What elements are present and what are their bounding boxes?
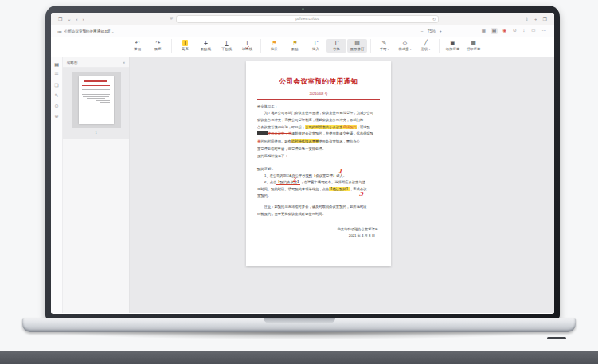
text-segment: 预约流程详情见下： xyxy=(257,154,288,158)
bookmark-icon[interactable]: ❏ xyxy=(54,83,58,88)
search-panel-icon[interactable]: ⊙ xyxy=(54,104,58,108)
address-bar[interactable]: pdfview.cn/doc ↻ xyxy=(176,15,439,23)
zoom-in-button[interactable]: + xyxy=(440,29,442,33)
button-label: 替换 xyxy=(333,47,340,51)
doc-text-line: 室管理处临时申请，由管理处统一安排处理。 xyxy=(257,146,380,153)
eraser-button[interactable]: ◇橡皮擦▾ xyxy=(395,39,415,53)
new-tab-icon[interactable]: + xyxy=(534,17,538,22)
share-icon[interactable]: ⇧ xyxy=(524,17,530,22)
redo-icon: ↷ xyxy=(156,40,161,46)
insert-caret-icon: T xyxy=(314,40,319,46)
sidebar-icon[interactable]: ❐ xyxy=(57,17,63,22)
page-view-icon[interactable]: ▤ xyxy=(491,28,498,34)
thumb-line xyxy=(82,89,110,90)
button-label: 批注 xyxy=(271,47,278,51)
button-label: 橡皮擦 xyxy=(399,47,409,51)
text-segment: 会议室占用冲突，完善公司管理制度，缓解会议室占用冲突，各部门抢 xyxy=(257,118,363,122)
document-area: 公司会议室预约使用通知 20210408 号 致全体员工： 为了满足公司各部门会… xyxy=(130,57,554,313)
chevron-down-icon: ▾ xyxy=(429,48,431,51)
button-label-row: 批注 xyxy=(271,47,278,51)
collapse-panel-icon[interactable]: « xyxy=(123,60,125,65)
button-label-row: 删除 xyxy=(291,47,299,51)
thumbnail-selection[interactable] xyxy=(72,72,121,128)
underline-icon: T xyxy=(225,40,228,46)
button-label-row: 删除线 xyxy=(201,47,211,51)
pen-icon: ✎ xyxy=(382,40,387,46)
notice-title: 公司会议室预约使用通知 xyxy=(257,77,380,87)
tabs-overview-icon[interactable]: ❐ xyxy=(542,17,548,22)
shapes-button[interactable]: ╱形状▾ xyxy=(416,39,436,53)
laptop-base-notch xyxy=(264,318,335,323)
underlined-text: 【预约会议室】 xyxy=(276,180,300,184)
search-icon[interactable]: ⊙ xyxy=(511,28,518,34)
button-label: 显示修订 xyxy=(350,47,365,51)
highlighted-text: 【确认预约】 xyxy=(329,187,350,191)
highlighted-strikethrough-text: 必须预约 xyxy=(342,125,356,129)
notice-number: 20210408 号 xyxy=(257,92,380,96)
replace-text-button[interactable]: T替换 xyxy=(326,39,346,53)
red-divider xyxy=(257,99,380,100)
doc-note: 注意：如预约后无法准时参会，请及时取消会议室预约，如所选时段已被预约，需要更换会… xyxy=(257,204,380,217)
show-revisions-button[interactable]: ▤显示修订 xyxy=(347,39,367,53)
strikethrough-button[interactable]: T删除线 xyxy=(196,39,216,53)
insert-text-button[interactable]: T插入 xyxy=(306,39,326,53)
notice-date: 2021 年 4 月 8 日 xyxy=(257,233,380,237)
add-note-button[interactable]: ▣添加便签 xyxy=(443,39,463,53)
annotation-icon[interactable]: ✎ xyxy=(54,93,58,98)
comment-flag-icon: ⚑ xyxy=(272,40,276,46)
decor-dash xyxy=(547,337,566,339)
laptop-screen-bezel: ❐⌄‹› ⛨ pdfview.cn/doc ↻ ⇧+❐ ≔ 公司会议室预约使用通… xyxy=(45,6,560,319)
button-label-row: 波浪线 xyxy=(242,47,252,51)
page-thumbnail[interactable] xyxy=(79,76,114,124)
download-icon[interactable]: ↓ xyxy=(522,28,527,34)
thumb-line xyxy=(82,92,111,92)
comment-button[interactable]: ⚑批注 xyxy=(264,39,284,53)
chevron-down-icon[interactable]: ⌄ xyxy=(111,29,114,33)
forward-icon[interactable]: › xyxy=(81,17,84,22)
highlighted-text: 公司内部所有大小会议室 xyxy=(305,125,342,129)
button-label-row: 手写▾ xyxy=(380,47,389,51)
handwrite-button[interactable]: ✎手写▾ xyxy=(374,39,394,53)
menu-icon[interactable]: ≔ xyxy=(57,29,62,34)
browser-left-icons: ❐⌄‹› xyxy=(57,17,84,22)
button-label-row: 添加便签 xyxy=(446,47,460,51)
text-segment: 已被预约，需要更换会议室或延迟使用时间。 xyxy=(257,212,326,216)
text-segment: ，在弹窗中填写姓名、选择相应会议室与使 xyxy=(300,180,365,184)
reload-icon[interactable]: ↻ xyxy=(432,17,436,22)
outline-icon[interactable]: ☰ xyxy=(54,72,58,77)
profile-icon[interactable]: ◉ xyxy=(501,28,508,34)
text-segment: ，通过预 xyxy=(357,125,370,129)
zoom-controls: − 75% + xyxy=(421,29,442,33)
salutation: 致全体员工： xyxy=(257,104,380,108)
window-icon[interactable]: ▭ xyxy=(530,28,537,34)
button-label: 下划线 xyxy=(221,47,232,51)
grid-view-icon[interactable]: ▦ xyxy=(480,28,487,34)
thumb-line xyxy=(100,102,110,103)
button-label-row: 撤销 xyxy=(134,47,141,51)
chevron-down-icon[interactable]: ⌄ xyxy=(66,17,72,22)
delete-markup-button[interactable]: ⚑删除 xyxy=(285,39,305,53)
squiggly-button[interactable]: T波浪线 xyxy=(237,39,257,53)
undo-button[interactable]: ↶撤销 xyxy=(127,39,147,53)
squiggly-icon: T xyxy=(245,40,248,46)
button-label: 插入 xyxy=(312,47,319,51)
shield-icon[interactable]: ⛨ xyxy=(170,16,173,22)
zoom-out-button[interactable]: − xyxy=(421,29,424,33)
attachment-icon[interactable]: ⊕ xyxy=(54,114,58,119)
back-icon[interactable]: ‹ xyxy=(75,17,78,22)
redo-button[interactable]: ↷恢复 xyxy=(148,39,168,53)
thumb-line xyxy=(87,98,106,99)
button-label: 高亮 xyxy=(182,47,189,51)
underline-button[interactable]: T下划线 xyxy=(217,39,236,53)
highlight-button[interactable]: T高亮 xyxy=(175,39,195,53)
camera-dot xyxy=(302,8,304,10)
more-icon[interactable]: ⋯ xyxy=(541,28,549,34)
chevron-down-icon: ▾ xyxy=(388,48,389,51)
add-note-icon: ▣ xyxy=(450,40,455,46)
button-label: 删除线 xyxy=(201,47,211,51)
handwritten-annotation: 1 xyxy=(338,167,343,174)
doc-text-line: 约申请使用会议室，并提前做好会议室预约，在使用前提交申请，优先保障预 xyxy=(257,131,380,138)
print-note-button[interactable]: ▦打印便签 xyxy=(463,39,483,53)
thumbnails-icon[interactable]: ▤ xyxy=(54,62,59,67)
doc-text-line: 预约流程详情见下： xyxy=(257,153,380,160)
